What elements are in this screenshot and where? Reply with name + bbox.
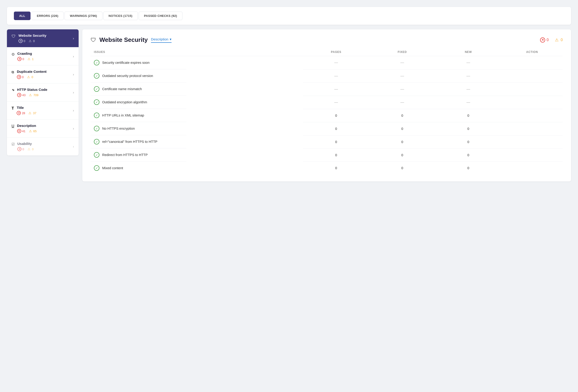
error-circle-icon: ✕ [17,93,21,97]
fixed-cell: — [369,56,435,70]
pass-check-icon: ✓ [94,86,99,92]
table-row: ✓Mixed content000 [91,162,563,174]
new-cell: 0 [435,135,501,148]
table-row: ✓Certificate name mismatch——— [91,83,563,96]
sidebar-item-label: Description [17,124,37,128]
action-cell [501,135,563,148]
table-header-row: ISSUES PAGES FIXED NEW ACTION [91,48,563,56]
issue-label: Mixed content [102,166,123,170]
pages-cell: — [303,83,369,96]
warning-triangle-icon: ⚠ [28,111,32,115]
pages-cell: — [303,96,369,109]
title-icon: T [11,106,14,111]
table-row: ✓HTTP URLs in XML sitemap000 [91,109,563,122]
search-icon: ⊙ [11,52,15,56]
sidebar: 🛡 Website Security ✕ 0 ⚠ 0 › [7,29,79,156]
pass-check-icon: ✓ [94,152,99,158]
pages-cell: 0 [303,148,369,162]
sidebar-error-badge: ✕ 43 [17,93,25,97]
action-cell [501,56,563,70]
sidebar-item-crawling[interactable]: ⊙ Crawling ✕ 0 ⚠ 1 › [7,47,79,65]
sidebar-error-badge: ✕ 28 [17,111,25,115]
error-circle-icon: ✕ [17,57,21,61]
panel-title-area: 🛡 Website Security Description ▾ [91,36,172,44]
warning-triangle-icon: ⚠ [27,147,31,151]
sidebar-warning-badge: ⚠ 37 [28,111,36,115]
fixed-cell: 0 [369,148,435,162]
chevron-right-icon: › [73,145,74,148]
chevron-right-icon: › [73,37,74,40]
action-cell [501,162,563,174]
action-cell [501,96,563,109]
issue-label: HTTP URLs in XML sitemap [102,114,144,117]
new-cell: 0 [435,122,501,135]
issues-table: ISSUES PAGES FIXED NEW ACTION ✓Security … [91,48,563,174]
top-bar: ALL ERRORS (226) WARNINGS (2796) NOTICES… [7,7,571,25]
sidebar-item-description[interactable]: U Description ✕ 41 ⚠ 65 › [7,120,79,137]
sidebar-error-badge: ✕ 0 [17,75,24,79]
tab-warnings[interactable]: WARNINGS (2796) [64,11,102,20]
pages-cell: — [303,56,369,70]
sidebar-error-badge: ✕ 0 [18,39,25,43]
fixed-cell: 0 [369,162,435,174]
sidebar-item-usability[interactable]: ☑ Usability ✕ 0 ⚠ 0 › [7,137,79,156]
tab-notices[interactable]: NOTICES (1715) [103,11,138,20]
panel-warning-badge: ⚠ 0 [554,38,563,43]
tab-errors[interactable]: ERRORS (226) [31,11,64,20]
sidebar-item-title: Crawling [17,51,34,55]
right-panel: 🛡 Website Security Description ▾ ✕ 0 ⚠ 0 [82,29,571,181]
sidebar-item-http-status[interactable]: ∿ HTTP Status Code ✕ 43 ⚠ 709 [7,84,79,101]
chevron-right-icon: › [73,109,74,112]
sidebar-item-website-security[interactable]: 🛡 Website Security ✕ 0 ⚠ 0 › [7,29,79,47]
table-row: ✓Outdated security protocol version——— [91,69,563,83]
fixed-cell: 0 [369,109,435,122]
error-circle-icon: ✕ [17,129,21,133]
table-row: ✓Redirect from HTTPS to HTTP000 [91,148,563,162]
panel-header-right: ✕ 0 ⚠ 0 [540,38,563,43]
pages-cell: 0 [303,135,369,148]
chevron-right-icon: › [73,90,74,94]
new-cell: 0 [435,148,501,162]
warning-triangle-icon: ⚠ [28,93,32,97]
new-cell: — [435,83,501,96]
tab-passed[interactable]: PASSED CHECKS (92) [139,11,182,20]
sidebar-item-title: HTTP Status Code [17,87,48,91]
new-cell: — [435,96,501,109]
error-circle-icon: ✕ [17,147,21,151]
fixed-cell: 0 [369,122,435,135]
pass-check-icon: ✓ [94,99,99,105]
sidebar-item-label: Title [17,106,36,110]
panel-shield-icon: 🛡 [91,37,96,43]
pass-check-icon: ✓ [94,60,99,65]
chevron-right-icon: › [73,127,74,130]
error-circle-icon: ✕ [18,39,23,43]
chevron-down-icon: ▾ [170,37,172,41]
pages-cell: — [303,69,369,83]
col-header-fixed: FIXED [369,48,435,56]
warning-triangle-icon: ⚠ [28,129,32,133]
col-header-issues: ISSUES [91,48,303,56]
table-row: ✓rel="canonical" from HTTPS to HTTP000 [91,135,563,148]
chevron-right-icon: › [73,73,74,76]
usability-icon: ☑ [11,142,15,146]
sidebar-item-title: Duplicate Content [17,70,47,74]
tab-all[interactable]: ALL [14,11,31,20]
sidebar-warning-badge: ⚠ 709 [28,93,38,97]
main-content: 🛡 Website Security ✕ 0 ⚠ 0 › [7,29,571,181]
sidebar-item-title[interactable]: T Title ✕ 28 ⚠ 37 › [7,101,79,120]
header-error-icon: ✕ [540,38,545,43]
sidebar-item-duplicate-content[interactable]: ⧉ Duplicate Content ✕ 0 ⚠ 0 › [7,65,79,84]
description-dropdown[interactable]: Description ▾ [151,37,172,43]
pass-check-icon: ✓ [94,113,99,118]
pages-cell: 0 [303,162,369,174]
fixed-cell: — [369,69,435,83]
sidebar-warning-badge: ⚠ 0 [27,147,34,151]
duplicate-icon: ⧉ [11,70,14,74]
fixed-cell: — [369,96,435,109]
new-cell: — [435,56,501,70]
pages-cell: 0 [303,122,369,135]
tabs-row: ALL ERRORS (226) WARNINGS (2796) NOTICES… [14,11,564,20]
shield-icon: 🛡 [11,34,16,39]
issue-label: Security certificate expires soon [102,61,149,64]
warning-triangle-icon: ⚠ [27,57,31,61]
